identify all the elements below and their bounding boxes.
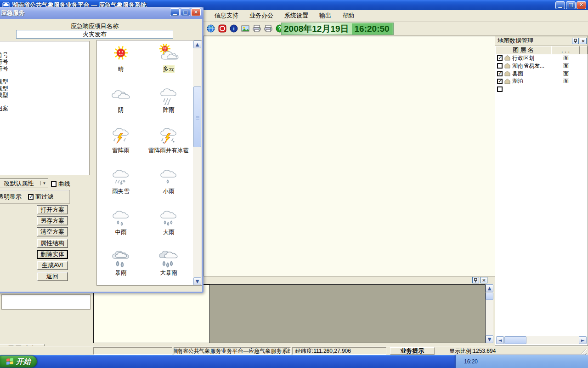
business-tip-button[interactable]: 业务提示 [390, 347, 435, 355]
left-sidebar: 显示消息 [0, 293, 92, 346]
weather-item-thunderstorm[interactable]: 雷阵雨 [97, 122, 145, 162]
layer-row-县面[interactable]: 县面面 [495, 70, 588, 78]
close-button[interactable]: ✕ [577, 1, 586, 9]
status-scale: 显示比例:1253.694 [446, 347, 498, 355]
col-extra[interactable] [580, 46, 588, 54]
tree-node-3[interactable]: 其他 [0, 112, 89, 119]
scroll-thumb[interactable] [486, 293, 493, 300]
weather-item-heavy-rainstorm[interactable]: 大暴雨 [145, 244, 192, 284]
sidebar-list-box[interactable] [1, 294, 90, 310]
printer-icon[interactable] [253, 24, 261, 33]
dialog-maximize-button[interactable]: □ [181, 8, 190, 16]
pin-icon[interactable] [572, 38, 579, 44]
layer-checkbox[interactable] [497, 79, 503, 84]
layer-row-湖南省易发...[interactable]: 湖南省易发...面 [495, 62, 588, 70]
maximize-button[interactable]: □ [566, 1, 576, 9]
layer-checkbox[interactable] [497, 55, 503, 61]
printer-icon[interactable] [264, 24, 272, 33]
col-layer-type[interactable]: . . . [551, 46, 580, 54]
tree-leaf-1-1[interactable]: 一般线型 [0, 86, 89, 92]
menu-item-4[interactable]: 帮助 [337, 10, 360, 21]
resize-grip[interactable] [582, 349, 587, 355]
col-layer-name[interactable]: 图 层 名 [495, 46, 551, 54]
menu-item-3[interactable]: 输出 [314, 10, 337, 21]
dialog-minimize-button[interactable]: ▁ [170, 8, 180, 16]
menu-item-1[interactable]: 业务办公 [244, 10, 279, 21]
info-icon[interactable]: i [230, 24, 238, 33]
layer-row-湖泊[interactable]: 湖泊面 [495, 77, 588, 85]
button-清空方案[interactable]: 清空方案 [37, 227, 68, 236]
tree-leaf-0-2[interactable]: 气象符号 [0, 65, 89, 72]
menu-item-2[interactable]: 系统设置 [279, 10, 314, 21]
weather-list-scrollbar[interactable]: ▲ ▼ [193, 40, 202, 285]
weather-item-partly-cloudy[interactable]: 多云 [145, 40, 192, 80]
layer-row-行政区划[interactable]: 行政区划面 [495, 54, 588, 62]
button-生成AVI[interactable]: 生成AVI [37, 261, 68, 270]
scroll-right-icon[interactable]: ► [579, 336, 587, 344]
checkbox-icon[interactable] [51, 181, 57, 187]
checkbox-checked-icon[interactable] [28, 194, 34, 200]
layer-row-国道[interactable] [495, 85, 588, 93]
scroll-thumb[interactable] [193, 86, 201, 147]
weather-item-moderate-rain[interactable]: 中雨 [97, 204, 145, 244]
map-canvas[interactable] [204, 36, 495, 276]
face-filter-checkbox[interactable]: 面过滤 [28, 193, 53, 201]
button-打开方案[interactable]: 打开方案 [37, 205, 68, 214]
button-返回[interactable]: 返回 [37, 272, 68, 281]
tree-leaf-1-0[interactable]: 简单线型 [0, 79, 89, 86]
dialog-titlebar[interactable]: 应急服务 ▁ □ ✕ [0, 7, 204, 19]
layer-panel-title: 地图数据管理 [498, 37, 533, 45]
tree-leaf-1-2[interactable]: 气象线型 [0, 92, 89, 99]
symbol-tree-box[interactable]: 符号栅格符号一般符号气象符号线型简单线型一般线型气象线型图案气象图案其他箭标标签 [0, 41, 90, 175]
weather-item-label: 小雨 [163, 188, 175, 196]
button-另存方案[interactable]: 另存方案 [37, 216, 68, 225]
station-table[interactable] [93, 284, 210, 343]
menu-item-0[interactable]: 信息支持 [209, 10, 244, 21]
image-icon[interactable] [241, 24, 249, 33]
close-icon[interactable]: ✕ [481, 277, 487, 283]
tree-node-0[interactable]: 符号 [0, 45, 89, 52]
tree-leaf-2-0[interactable]: 气象图案 [0, 105, 89, 112]
weather-heavy-rainstorm-icon [158, 247, 180, 268]
tree-node-2[interactable]: 图案 [0, 99, 89, 106]
transparent-label[interactable]: 透明显示 [0, 193, 22, 201]
layer-panel-hscrollbar[interactable]: ◄ ► [496, 336, 587, 344]
curve-checkbox[interactable]: 曲线 [51, 180, 70, 188]
emergency-service-dialog: 应急服务 ▁ □ ✕ 应急响应项目名称 火灾发布 符号栅格符号一般符号气象符号线… [0, 7, 204, 293]
scroll-left-icon[interactable]: ◄ [496, 336, 504, 344]
weather-item-sunny[interactable]: 晴 [97, 40, 145, 80]
tree-node-1[interactable]: 线型 [0, 72, 89, 79]
weather-item-shower[interactable]: 阵雨 [145, 81, 192, 121]
dialog-close-button[interactable]: ✕ [191, 8, 201, 16]
layer-list: 行政区划面湖南省易发...面县面面湖泊面 [495, 54, 588, 93]
start-button[interactable]: 开始 [0, 356, 37, 368]
minimize-button[interactable]: ▁ [555, 1, 565, 9]
scroll-down-icon[interactable]: ▼ [486, 335, 493, 343]
scroll-up-icon[interactable]: ▲ [193, 40, 201, 48]
default-attribute-dropdown[interactable]: 改默认属性 ▼ [0, 178, 48, 188]
layer-name: 行政区划 [512, 54, 556, 62]
weather-item-rainstorm[interactable]: 暴雨 [97, 244, 145, 284]
tree-leaf-3-1[interactable]: 标签 [0, 126, 89, 132]
weather-thunder-hail-icon [158, 125, 180, 145]
scroll-down-icon[interactable]: ▼ [193, 277, 201, 285]
tree-leaf-3-0[interactable]: 箭标 [0, 119, 89, 126]
globe-icon[interactable] [207, 24, 215, 33]
weather-item-heavy-rain[interactable]: 大雨 [145, 204, 192, 244]
layer-checkbox[interactable] [497, 63, 503, 69]
scroll-up-icon[interactable]: ▲ [486, 284, 493, 292]
layer-checkbox[interactable] [497, 71, 503, 76]
scroll-thumb[interactable] [504, 336, 526, 344]
button-属性结构[interactable]: 属性结构 [37, 239, 68, 248]
stop-icon[interactable] [218, 24, 226, 33]
close-icon[interactable]: ✕ [580, 38, 587, 44]
tree-leaf-0-0[interactable]: 栅格符号 [0, 52, 89, 59]
bottom-panel-vscrollbar[interactable]: ▲ ▼ [486, 284, 493, 343]
layer-checkbox[interactable] [497, 86, 503, 92]
pin-icon[interactable] [472, 277, 479, 283]
project-name-input[interactable]: 火灾发布 [16, 30, 173, 39]
tree-leaf-0-1[interactable]: 一般符号 [0, 58, 89, 65]
button-删除实体[interactable]: 删除实体 [37, 250, 68, 259]
weather-item-overcast[interactable]: 阴 [97, 81, 145, 121]
weather-item-thunder-hail[interactable]: 雷阵雨并有冰雹 [145, 122, 192, 162]
